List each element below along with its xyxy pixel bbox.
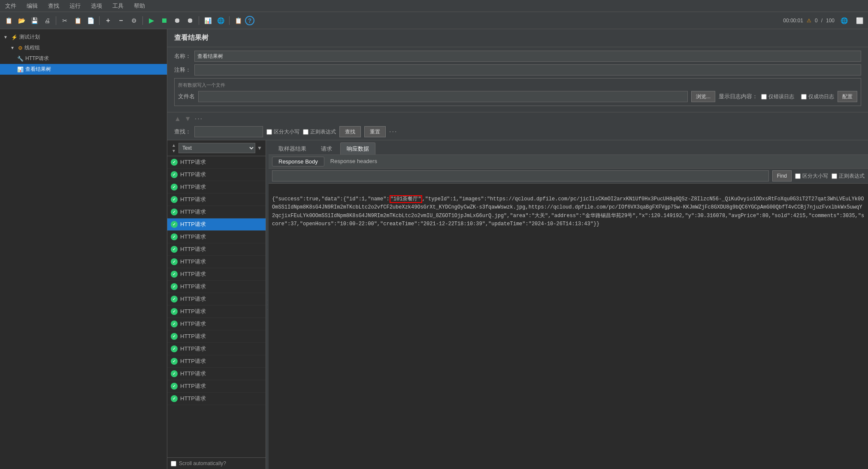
toolbar-globe[interactable]: 🌐 (838, 15, 850, 27)
tab-response-data[interactable]: 响应数据 (340, 142, 375, 154)
case-sensitive-check[interactable] (266, 129, 272, 135)
view-result-tree-label: 查看结果树 (25, 66, 51, 73)
list-item-4[interactable]: ✓ HTTP请求 (167, 194, 266, 206)
list-item-16[interactable]: ✓ HTTP请求 (167, 343, 266, 355)
list-item-7[interactable]: ✓ HTTP请求 (167, 231, 266, 243)
list-item-18[interactable]: ✓ HTTP请求 (167, 368, 266, 380)
list-item-17[interactable]: ✓ HTTP请求 (167, 355, 266, 368)
search-label: 查找： (174, 128, 191, 136)
toolbar-add[interactable]: + (102, 15, 114, 27)
toolbar-new[interactable]: 📋 (3, 15, 15, 27)
list-item-15[interactable]: ✓ HTTP请求 (167, 330, 266, 343)
toolbar-stop[interactable]: ⏹ (158, 15, 170, 27)
content-area: 查看结果树 名称： 注释： 所有数据写入一个文件 文件名 浏览... 显示日志内… (167, 29, 868, 469)
list-item-label-8: HTTP请求 (180, 245, 206, 253)
toolbar-browse[interactable]: 🌐 (215, 15, 227, 27)
sidebar-item-thread-group[interactable]: ▼ ⚙ 线程组 (0, 42, 167, 53)
menu-help[interactable]: 帮助 (132, 1, 147, 11)
toolbar-record2[interactable]: ⏺ (184, 15, 196, 27)
list-item-10[interactable]: ✓ HTTP请求 (167, 268, 266, 281)
toolbar-templates[interactable]: 📋 (232, 15, 244, 27)
toolbar-remove[interactable]: − (115, 15, 127, 27)
main-layout: ▼ ⚡ 测试计划 ▼ ⚙ 线程组 🔧 HTTP请求 📊 查看结果树 (0, 29, 868, 469)
toolbar-run[interactable]: ▶ (145, 15, 157, 27)
regex-check[interactable] (303, 129, 308, 135)
list-item-8[interactable]: ✓ HTTP请求 (167, 243, 266, 256)
regex-label[interactable]: 正则表达式 (303, 128, 336, 136)
error-only-checkbox[interactable]: 仅错误日志 (761, 93, 794, 100)
collapse-up[interactable]: ▲ (174, 115, 181, 123)
list-item-1[interactable]: ✓ HTTP请求 (167, 156, 266, 169)
name-input[interactable] (194, 51, 861, 62)
view-format-dropdown[interactable]: Text RegExp Tester JSON Path Tester XPat… (178, 143, 255, 153)
menu-find[interactable]: 查找 (46, 1, 61, 11)
dropdown-arrow: ▼ (257, 145, 262, 151)
toolbar-help[interactable]: ? (245, 16, 254, 25)
menu-bar: 文件 编辑 查找 运行 选项 工具 帮助 (0, 0, 868, 12)
toolbar-copy[interactable]: 📋 (72, 15, 84, 27)
subtab-response-body[interactable]: Response Body (272, 157, 324, 166)
menu-run[interactable]: 运行 (68, 1, 82, 11)
sidebar-item-test-plan[interactable]: ▼ ⚡ 测试计划 (0, 32, 167, 42)
tab-request[interactable]: 请求 (315, 142, 339, 154)
form-area: 名称： 注释： 所有数据写入一个文件 文件名 浏览... 显示日志内容： (167, 47, 868, 112)
menu-tools[interactable]: 工具 (111, 1, 125, 11)
list-item-14[interactable]: ✓ HTTP请求 (167, 318, 266, 330)
list-item-9[interactable]: ✓ HTTP请求 (167, 256, 266, 268)
list-item-11[interactable]: ✓ HTTP请求 (167, 281, 266, 293)
tab-sampler-result[interactable]: 取样器结果 (272, 142, 313, 154)
search-input[interactable] (194, 126, 263, 137)
case-sensitive-label[interactable]: 区分大小写 (266, 128, 299, 136)
error-only-check[interactable] (761, 94, 767, 100)
toolbar-save[interactable]: 💾 (28, 15, 40, 27)
menu-file[interactable]: 文件 (3, 1, 18, 11)
toolbar-open[interactable]: 📂 (15, 15, 27, 27)
list-item-13[interactable]: ✓ HTTP请求 (167, 306, 266, 318)
menu-edit[interactable]: 编辑 (25, 1, 39, 11)
warning-max: 100 (826, 18, 835, 24)
scroll-auto-checkbox[interactable] (171, 461, 176, 466)
toolbar-cut[interactable]: ✂ (59, 15, 71, 27)
response-find-button[interactable]: Find (772, 170, 792, 182)
subtab-response-headers[interactable]: Response headers (324, 157, 383, 166)
file-section-title: 所有数据写入一个文件 (178, 82, 857, 88)
collapse-btns[interactable]: ▲ ▼ (171, 142, 177, 154)
status-icon-6: ✓ (171, 221, 178, 228)
status-icon-18: ✓ (171, 370, 178, 377)
status-icon-13: ✓ (171, 308, 178, 315)
toolbar-chart[interactable]: 📊 (202, 15, 214, 27)
list-item-2[interactable]: ✓ HTTP请求 (167, 169, 266, 181)
warning-icon: ⚠ (807, 18, 811, 24)
list-item-20[interactable]: ✓ HTTP请求 (167, 393, 266, 405)
success-only-checkbox[interactable]: 仅成功日志 (801, 93, 834, 100)
status-icon-5: ✓ (171, 209, 178, 215)
list-item-19[interactable]: ✓ HTTP请求 (167, 380, 266, 393)
toolbar-record[interactable]: ⏺ (171, 15, 183, 27)
list-item-3[interactable]: ✓ HTTP请求 (167, 181, 266, 194)
toolbar-paste[interactable]: 📄 (85, 15, 97, 27)
list-item-label-11: HTTP请求 (180, 283, 206, 290)
response-search-input[interactable] (272, 170, 769, 182)
browse-button[interactable]: 浏览... (691, 91, 715, 102)
reset-button[interactable]: 重置 (364, 126, 386, 137)
file-input[interactable] (198, 91, 688, 102)
sidebar-item-http-request-top[interactable]: 🔧 HTTP请求 (0, 53, 167, 64)
config-button[interactable]: 配置 (838, 91, 857, 102)
comment-input[interactable] (194, 64, 861, 76)
menu-options[interactable]: 选项 (89, 1, 104, 11)
success-only-check[interactable] (801, 94, 807, 100)
list-item-5[interactable]: ✓ HTTP请求 (167, 206, 266, 218)
list-item-6[interactable]: ✓ HTTP请求 (167, 218, 266, 231)
response-regex[interactable]: 正则表达式 (832, 172, 865, 180)
response-case-check[interactable] (795, 173, 801, 179)
toolbar-expand[interactable]: ⬜ (853, 15, 865, 27)
response-regex-check[interactable] (832, 173, 837, 179)
find-button[interactable]: 查找 (339, 126, 361, 137)
collapse-down[interactable]: ▼ (184, 115, 191, 123)
toolbar-settings[interactable]: ⚙ (128, 15, 140, 27)
toolbar-save-as[interactable]: 🖨 (41, 15, 53, 27)
response-case-sensitive[interactable]: 区分大小写 (795, 172, 828, 180)
list-item-12[interactable]: ✓ HTTP请求 (167, 293, 266, 306)
content-title: 查看结果树 (167, 29, 868, 47)
sidebar-item-view-result-tree[interactable]: 📊 查看结果树 (0, 64, 167, 75)
